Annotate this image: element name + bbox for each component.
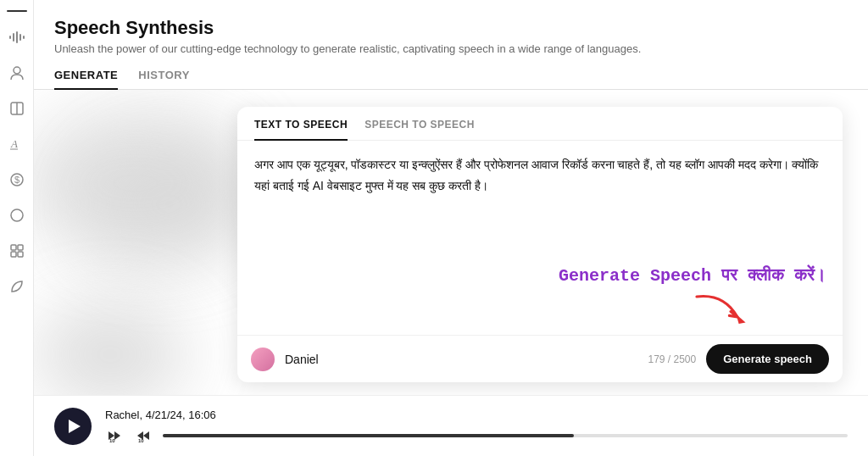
progress-bar[interactable] — [163, 434, 848, 437]
svg-rect-2 — [16, 31, 18, 43]
char-count: 179 / 2500 — [648, 353, 697, 365]
progress-fill — [163, 434, 574, 437]
svg-rect-16 — [18, 252, 23, 257]
input-text[interactable]: अगर आप एक यूट्यूबर, पॉडकास्टर या इन्क्लु… — [254, 154, 826, 196]
svg-text:10: 10 — [109, 438, 115, 443]
card-footer: Daniel 179 / 2500 Generate speech — [237, 335, 843, 382]
svg-point-5 — [14, 67, 20, 74]
leaf-icon[interactable] — [7, 276, 27, 297]
tab-history[interactable]: HISTORY — [138, 69, 190, 90]
svg-rect-0 — [9, 36, 11, 39]
dollar-icon[interactable]: $ — [7, 170, 27, 190]
svg-text:A: A — [10, 137, 18, 150]
audio-title: Rachel, 4/21/24, 16:06 — [105, 409, 848, 421]
audio-player: Rachel, 4/21/24, 16:06 10 10 — [34, 395, 868, 456]
menu-icon[interactable] — [7, 10, 27, 12]
sidebar: A $ — [0, 0, 34, 456]
waveform-icon[interactable] — [7, 27, 27, 47]
rewind-button[interactable]: 10 — [105, 428, 124, 443]
audio-controls: 10 10 — [105, 428, 848, 443]
svg-text:10: 10 — [138, 438, 144, 443]
svg-rect-14 — [18, 245, 23, 250]
arrow-icon — [690, 289, 758, 331]
tts-card: TEXT TO SPEECH SPEECH TO SPEECH अगर आप ए… — [237, 107, 843, 382]
card-body: अगर आप एक यूट्यूबर, पॉडकास्टर या इन्क्लु… — [237, 141, 843, 259]
forward-button[interactable]: 10 — [134, 428, 153, 443]
content-area: TEXT TO SPEECH SPEECH TO SPEECH अगर आप ए… — [34, 90, 868, 456]
svg-rect-1 — [13, 33, 14, 42]
svg-rect-4 — [23, 36, 25, 39]
svg-marker-17 — [736, 314, 745, 324]
generate-note: Generate Speech पर क्लीक करें। — [237, 259, 843, 286]
translate-icon[interactable]: A — [7, 134, 27, 154]
card-tab-sts[interactable]: SPEECH TO SPEECH — [364, 119, 475, 141]
svg-rect-3 — [19, 34, 21, 41]
main-content: Speech Synthesis Unleash the power of ou… — [34, 0, 868, 456]
book-icon[interactable] — [7, 98, 27, 119]
audio-info: Rachel, 4/21/24, 16:06 10 10 — [105, 409, 848, 443]
svg-rect-13 — [11, 245, 16, 250]
card-tabs: TEXT TO SPEECH SPEECH TO SPEECH — [237, 107, 843, 141]
forward-icon: 10 — [134, 428, 153, 443]
blob-3 — [34, 303, 186, 405]
card-tab-tts[interactable]: TEXT TO SPEECH — [254, 119, 348, 141]
svg-point-12 — [11, 209, 23, 221]
user-icon[interactable] — [7, 63, 27, 83]
play-icon — [69, 420, 81, 433]
svg-rect-15 — [11, 252, 16, 257]
svg-text:$: $ — [14, 175, 19, 185]
arrow-container — [237, 286, 843, 335]
page-subtitle: Unleash the power of our cutting-edge te… — [54, 42, 848, 55]
page-title: Speech Synthesis — [54, 17, 848, 39]
circle-icon[interactable] — [7, 205, 27, 225]
generate-speech-button[interactable]: Generate speech — [706, 344, 829, 374]
rewind-icon: 10 — [105, 428, 124, 443]
play-button[interactable] — [54, 408, 92, 445]
voice-name[interactable]: Daniel — [285, 353, 638, 366]
tab-generate[interactable]: GENERATE — [54, 69, 118, 90]
grid-icon[interactable] — [7, 241, 27, 261]
header: Speech Synthesis Unleash the power of ou… — [34, 0, 868, 69]
voice-avatar — [251, 348, 275, 371]
blob-2 — [85, 141, 254, 268]
main-tabs: GENERATE HISTORY — [34, 69, 868, 90]
